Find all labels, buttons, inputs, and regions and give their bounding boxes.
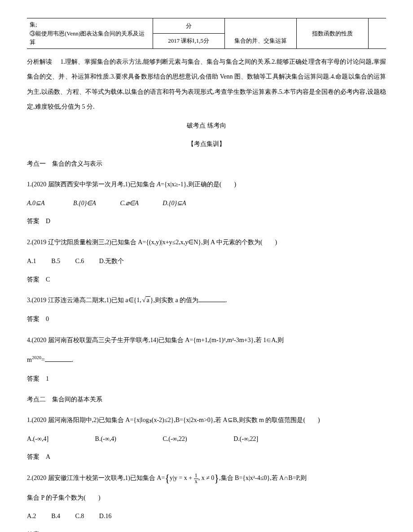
p2q1-opt-c: C.(-∞,22) — [163, 432, 187, 446]
heading-training: 【考点集训】 — [27, 137, 386, 151]
q3-stem-a: 3.(2019 江苏连云港高二期末,1)已知 a∈{1, — [27, 297, 141, 303]
q3-stem-b: },则实数 a 的值为 — [150, 297, 198, 303]
top-table: 集; ③能使用韦恩(Venn)图表达集合间的关系及运算 分 指数函数的性质 20… — [27, 18, 386, 49]
q2-options: A.1 B.5 C.6 D.无数个 — [27, 255, 386, 268]
p2q2-stem-b: ,集合 B={x|x²-4≤0},若 A∩B=P,则 — [219, 475, 307, 481]
q1-set: A — [157, 181, 161, 188]
p2q1-answer: 答案 A — [27, 450, 386, 464]
q3-answer: 答案 0 — [27, 312, 386, 326]
analysis-body: 1.理解、掌握集合的表示方法,能够判断元素与集合、集合与集合之间的关系.2.能够… — [27, 58, 386, 110]
p2q1-opt-b: B.(-∞,4) — [95, 432, 116, 446]
p2q2-stem-a: 2.(2020 届安徽江淮十校第一次联考,1)已知集合 A= — [27, 475, 165, 481]
q1-opt-a: A.0⊆A — [27, 200, 45, 207]
question-4-line2: m2020=. — [27, 352, 386, 367]
p2-question-2: 2.(2020 届安徽江淮十校第一次联考,1)已知集合 A={y|y = x +… — [27, 470, 386, 486]
table-cell: 2017 课标Ⅰ,1,5分 — [153, 33, 224, 48]
q4-tail: . — [72, 356, 74, 363]
p2q2-options: A.2 B.4 C.8 D.16 — [27, 510, 386, 523]
p2q2-opt-a: A.2 — [27, 510, 36, 523]
p2q2-inner-b: , x ≠ 0 — [198, 475, 215, 481]
q4-exp: 2020 — [32, 355, 41, 360]
table-cell: 集; — [30, 20, 150, 29]
p2q2-opt-c: C.8 — [75, 510, 84, 523]
q2-opt-c: C.6 — [75, 255, 84, 268]
p2q2-opt-b: B.4 — [51, 510, 60, 523]
question-4: 4.(2020 届河南百校联盟高三尖子生开学联考,14)已知集合 A={m+1,… — [27, 333, 386, 348]
q2-opt-a: A.1 — [27, 255, 36, 268]
analysis-label: 分析解读 — [27, 58, 53, 65]
q1-options: A.0⊆A B.{0}∈A C.⌀∈A D.{0}⊆A — [27, 197, 386, 211]
right-brace-icon: } — [214, 473, 219, 484]
q1-opt-d: D.{0}⊆A — [163, 200, 186, 207]
topic-1: 考点一 集合的含义与表示 — [27, 156, 386, 171]
fill-blank — [198, 295, 225, 302]
topic-2: 考点二 集合间的基本关系 — [27, 392, 386, 407]
p2q2-inner-a: y|y = x + — [170, 475, 194, 481]
table-cell: ③能使用韦恩(Venn)图表达集合间的关系及运算 — [30, 29, 150, 47]
analysis-paragraph: 分析解读 1.理解、掌握集合的表示方法,能够判断元素与集合、集合与集合之间的关系… — [27, 54, 386, 114]
sqrt-a: a — [141, 293, 150, 308]
q2-answer: 答案 C — [27, 273, 386, 287]
q4-eq: = — [41, 356, 45, 363]
q1-answer: 答案 D — [27, 215, 386, 229]
q1-stem-b: ={x|x≥-1},则正确的是( ) — [161, 181, 236, 188]
heading-break: 破考点 练考向 — [27, 119, 386, 133]
q4-answer: 答案 1 — [27, 372, 386, 386]
q1-stem-a: 1.(2020 届陕西西安中学第一次月考,1)已知集合 — [27, 181, 157, 188]
q3-tail: . — [225, 297, 227, 303]
question-2: 2.(2019 辽宁沈阳质量检测三,2)已知集合 A={(x,y)|x+y≤2,… — [27, 235, 386, 250]
fraction: 1x — [194, 473, 198, 484]
p2q1-opt-a: A.(-∞,4] — [27, 432, 48, 446]
question-3: 3.(2019 江苏连云港高二期末,1)已知 a∈{1,a},则实数 a 的值为… — [27, 293, 386, 308]
fill-blank — [45, 355, 72, 362]
p2-question-1: 1.(2020 届河南洛阳期中,2)已知集合 A={x|log₃(x-2)≤2}… — [27, 413, 386, 428]
question-1: 1.(2020 届陕西西安中学第一次月考,1)已知集合 A={x|x≥-1},则… — [27, 177, 386, 192]
q4-m: m — [27, 356, 32, 363]
p2q2-answer: 答案 B — [27, 528, 386, 532]
p2-question-2-line2: 集合 P 的子集个数为( ) — [27, 490, 386, 506]
table-cell: 指数函数的性质 — [296, 18, 368, 49]
q1-opt-b: B.{0}∈A — [73, 200, 96, 207]
left-brace-icon: { — [165, 473, 170, 484]
q1-opt-c: C.⌀∈A — [120, 200, 138, 207]
p2q1-opt-d: D.(-∞,22] — [233, 432, 258, 446]
p2q2-opt-d: D.16 — [99, 510, 112, 523]
table-cell: 分 — [153, 18, 224, 34]
table-cell: 集合的并、交集运算 — [224, 33, 296, 48]
q2-opt-d: D.无数个 — [99, 255, 124, 268]
q2-opt-b: B.5 — [51, 255, 60, 268]
p2q1-options: A.(-∞,4] B.(-∞,4) C.(-∞,22) D.(-∞,22] — [27, 432, 386, 446]
